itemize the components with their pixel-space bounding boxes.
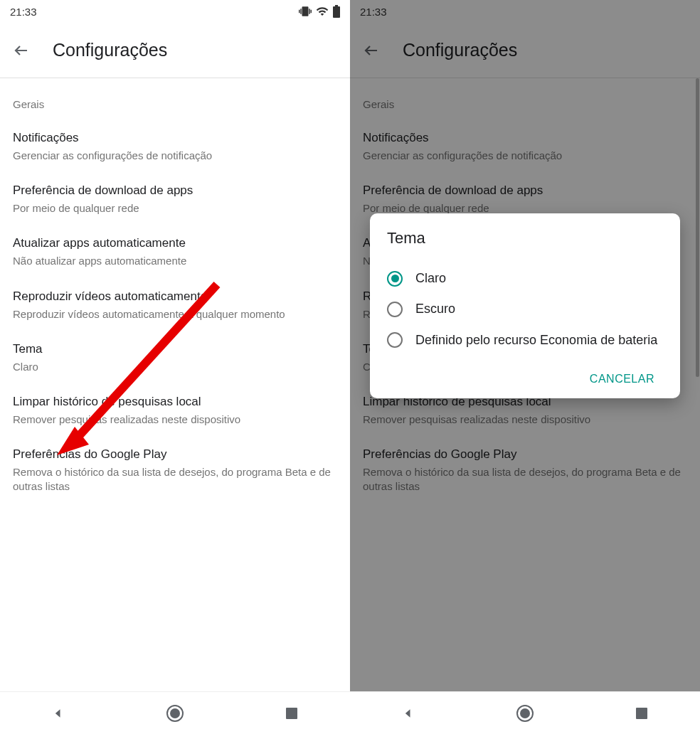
nav-bar bbox=[350, 691, 700, 734]
setting-subtitle: Não atualizar apps automaticamente bbox=[13, 254, 337, 268]
radio-label: Claro bbox=[415, 270, 446, 287]
radio-label: Definido pelo recurso Economia de bateri… bbox=[415, 332, 657, 349]
nav-recents-button[interactable] bbox=[632, 704, 651, 723]
setting-theme[interactable]: Tema Claro bbox=[0, 333, 350, 385]
section-general: Gerais bbox=[0, 92, 350, 122]
wifi-icon bbox=[316, 5, 329, 18]
dialog-title: Tema bbox=[387, 229, 663, 248]
nav-bar bbox=[0, 691, 350, 734]
setting-title: Preferência de download de apps bbox=[13, 183, 337, 199]
nav-back-button[interactable] bbox=[399, 704, 418, 723]
nav-back-button[interactable] bbox=[49, 704, 68, 723]
section-general: Gerais bbox=[350, 92, 700, 122]
setting-title: Notificações bbox=[13, 130, 337, 147]
setting-subtitle: Por meio de qualquer rede bbox=[13, 201, 337, 216]
back-arrow-icon[interactable] bbox=[13, 42, 30, 59]
status-time: 21:33 bbox=[10, 6, 37, 18]
setting-subtitle: Remova o histórico da sua lista de desej… bbox=[363, 465, 687, 494]
nav-recents-button[interactable] bbox=[282, 704, 301, 723]
setting-subtitle: Remover pesquisas realizadas neste dispo… bbox=[363, 413, 687, 427]
status-icons bbox=[649, 5, 690, 18]
battery-icon bbox=[683, 5, 690, 18]
wifi-icon bbox=[666, 5, 679, 18]
svg-rect-1 bbox=[335, 5, 338, 6]
page-title: Configurações bbox=[53, 40, 167, 60]
svg-rect-12 bbox=[636, 708, 647, 719]
radio-icon bbox=[387, 302, 403, 317]
svg-point-3 bbox=[170, 708, 180, 718]
setting-title: Preferências do Google Play bbox=[363, 447, 687, 463]
vibrate-icon bbox=[299, 5, 312, 18]
svg-rect-4 bbox=[286, 708, 297, 719]
cancel-button[interactable]: CANCELAR bbox=[581, 367, 663, 391]
scrollbar[interactable] bbox=[696, 78, 699, 377]
svg-rect-0 bbox=[333, 6, 340, 18]
setting-subtitle: Remover pesquisas realizadas neste dispo… bbox=[13, 413, 337, 427]
setting-auto-update[interactable]: Atualizar apps automaticamente Não atual… bbox=[0, 227, 350, 280]
phone-left: 21:33 Configurações Gerais Notificações … bbox=[0, 0, 350, 734]
status-time: 21:33 bbox=[360, 6, 387, 18]
setting-subtitle: Remova o histórico da sua lista de desej… bbox=[13, 465, 337, 494]
setting-title: Preferência de download de apps bbox=[363, 183, 687, 199]
nav-home-button[interactable] bbox=[516, 704, 534, 723]
setting-auto-video[interactable]: Reproduzir vídeos automaticamente Reprod… bbox=[0, 280, 350, 333]
radio-option-battery[interactable]: Definido pelo recurso Economia de bateri… bbox=[387, 325, 663, 356]
battery-icon bbox=[333, 5, 340, 18]
back-arrow-icon[interactable] bbox=[363, 42, 380, 59]
settings-content[interactable]: Gerais Notificações Gerenciar as configu… bbox=[0, 78, 350, 691]
setting-title: Tema bbox=[13, 341, 337, 358]
setting-subtitle: Gerenciar as configurações de notificaçã… bbox=[363, 149, 687, 163]
setting-download-pref[interactable]: Preferência de download de apps Por meio… bbox=[0, 174, 350, 227]
setting-subtitle: Claro bbox=[13, 360, 337, 374]
status-bar: 21:33 bbox=[350, 0, 700, 23]
status-bar: 21:33 bbox=[0, 0, 350, 23]
theme-dialog: Tema Claro Escuro Definido pelo recurso … bbox=[370, 213, 680, 398]
app-header: Configurações bbox=[350, 23, 700, 78]
setting-title: Atualizar apps automaticamente bbox=[13, 235, 337, 252]
setting-play-prefs[interactable]: Preferências do Google Play Remova o his… bbox=[0, 438, 350, 505]
svg-rect-8 bbox=[683, 6, 690, 18]
setting-title: Preferências do Google Play bbox=[13, 447, 337, 463]
setting-clear-search[interactable]: Limpar histórico de pesquisas local Remo… bbox=[0, 385, 350, 438]
setting-notifications[interactable]: Notificações Gerenciar as configurações … bbox=[350, 122, 700, 174]
radio-icon bbox=[387, 271, 403, 287]
radio-label: Escuro bbox=[415, 301, 455, 317]
phone-right: 21:33 Configurações Gerais Notificações … bbox=[350, 0, 700, 734]
page-title: Configurações bbox=[403, 40, 517, 60]
setting-title: Limpar histórico de pesquisas local bbox=[13, 394, 337, 410]
dialog-actions: CANCELAR bbox=[387, 356, 663, 391]
setting-title: Reproduzir vídeos automaticamente bbox=[13, 289, 337, 305]
svg-rect-9 bbox=[685, 5, 688, 6]
setting-subtitle: Gerenciar as configurações de notificaçã… bbox=[13, 149, 337, 163]
vibrate-icon bbox=[649, 5, 662, 18]
radio-option-light[interactable]: Claro bbox=[387, 263, 663, 294]
setting-subtitle: Reproduzir vídeos automaticamente a qual… bbox=[13, 307, 337, 321]
status-icons bbox=[299, 5, 340, 18]
radio-icon bbox=[387, 332, 403, 348]
radio-option-dark[interactable]: Escuro bbox=[387, 294, 663, 324]
setting-title: Notificações bbox=[363, 130, 687, 147]
setting-notifications[interactable]: Notificações Gerenciar as configurações … bbox=[0, 122, 350, 174]
nav-home-button[interactable] bbox=[166, 704, 184, 723]
svg-point-11 bbox=[520, 708, 530, 718]
setting-play-prefs[interactable]: Preferências do Google Play Remova o his… bbox=[350, 438, 700, 505]
app-header: Configurações bbox=[0, 23, 350, 78]
